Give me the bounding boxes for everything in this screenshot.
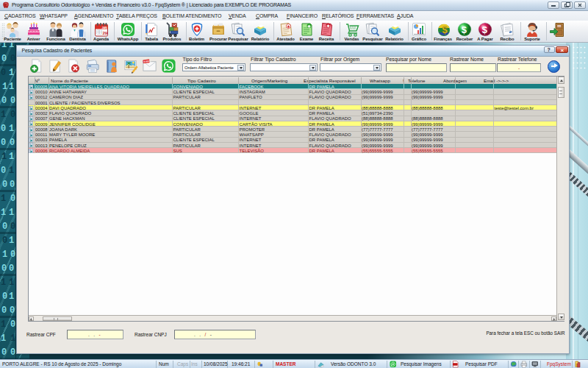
- svg-text:29: 29: [102, 31, 107, 35]
- svg-text:$: $: [482, 24, 488, 35]
- svg-text:JAN: JAN: [101, 26, 107, 29]
- svg-text:EXIT: EXIT: [558, 25, 562, 26]
- svg-text:$: $: [442, 24, 448, 35]
- svg-text:$: $: [462, 24, 467, 35]
